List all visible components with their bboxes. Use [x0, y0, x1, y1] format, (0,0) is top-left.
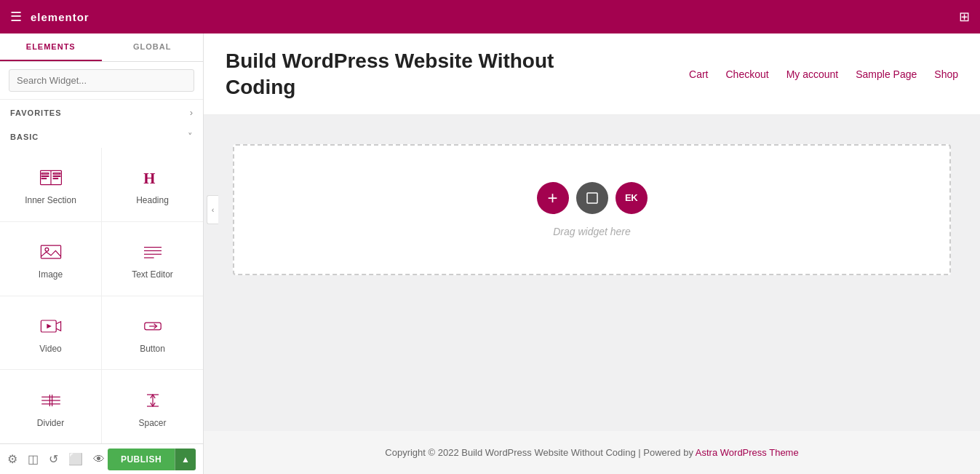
nav-cart[interactable]: Cart [689, 68, 708, 80]
elementor-logo: elementor [31, 11, 89, 23]
favorites-section-header[interactable]: FAVORITES › [0, 100, 203, 124]
publish-arrow-button[interactable]: ▲ [175, 449, 196, 470]
inner-section-icon [39, 166, 63, 189]
footer-link[interactable]: Astra WordPress Theme [696, 447, 799, 458]
search-input[interactable] [9, 69, 194, 92]
history-icon[interactable]: ↺ [49, 452, 58, 466]
drag-hint: Drag widget here [553, 226, 631, 237]
svg-text:H: H [143, 170, 155, 186]
heading-label: Heading [136, 195, 169, 205]
divider-label: Divider [37, 418, 64, 428]
nav-shop[interactable]: Shop [934, 68, 958, 80]
widget-button[interactable]: Button [102, 296, 203, 370]
button-icon [141, 315, 164, 338]
svg-rect-6 [53, 176, 60, 177]
favorites-label: FAVORITES [10, 108, 62, 117]
svg-rect-3 [41, 176, 49, 177]
svg-rect-2 [41, 173, 49, 175]
nav-checkout[interactable]: Checkout [725, 68, 768, 80]
footer-text: Copyright © 2022 Build WordPress Website… [385, 447, 696, 458]
basic-section-header[interactable]: BASIC ˅ [0, 124, 203, 148]
bottom-toolbar: ⚙ ◫ ↺ ⬜ 👁 PUBLISH ▲ [0, 443, 203, 474]
image-icon [39, 240, 63, 264]
video-icon [39, 315, 63, 338]
svg-rect-9 [41, 245, 60, 258]
nav-links: Cart Checkout My account Sample Page Sho… [689, 68, 958, 80]
inner-section-label: Inner Section [25, 195, 76, 205]
publish-button[interactable]: PUBLISH [108, 449, 175, 470]
settings-icon[interactable]: ⚙ [7, 452, 17, 466]
button-label: Button [140, 344, 165, 354]
page-footer: Copyright © 2022 Build WordPress Website… [204, 431, 980, 474]
spacer-icon [141, 389, 164, 412]
divider-icon [39, 389, 63, 412]
text-editor-icon [141, 240, 164, 264]
page-title: Build WordPress Website Without Coding [226, 48, 604, 101]
tab-elements[interactable]: ELEMENTS [0, 33, 102, 61]
bottom-tools: ⚙ ◫ ↺ ⬜ 👁 [7, 452, 105, 466]
sidebar-tabs: ELEMENTS GLOBAL [0, 33, 203, 62]
svg-point-10 [45, 248, 49, 252]
nav-sample[interactable]: Sample Page [856, 68, 917, 80]
layers-icon[interactable]: ◫ [28, 452, 39, 466]
publish-group: PUBLISH ▲ [108, 449, 196, 470]
widget-divider[interactable]: Divider [0, 370, 101, 443]
search-box [0, 62, 203, 100]
video-label: Video [39, 344, 61, 354]
layout-button[interactable] [576, 182, 608, 214]
drag-buttons: + EK [537, 182, 648, 214]
widget-image[interactable]: Image [0, 222, 101, 296]
widget-inner-section[interactable]: Inner Section [0, 148, 101, 221]
spacer-label: Spacer [138, 418, 166, 428]
collapse-handle[interactable]: ‹ [207, 195, 218, 224]
drag-section-wrapper: + EK Drag widget here ‹ [218, 130, 965, 290]
chevron-right-icon: › [190, 107, 193, 118]
ek-button[interactable]: EK [616, 182, 648, 214]
widget-heading[interactable]: H Heading [102, 148, 203, 221]
preview-icon[interactable]: 👁 [93, 453, 105, 466]
svg-rect-4 [41, 178, 46, 179]
widget-spacer[interactable]: Spacer [102, 370, 203, 443]
nav-myaccount[interactable]: My account [786, 68, 839, 80]
top-bar: ☰ elementor ⊞ [0, 0, 980, 33]
drag-section[interactable]: + EK Drag widget here [233, 144, 951, 275]
chevron-down-icon: ˅ [188, 131, 193, 142]
image-label: Image [39, 269, 63, 280]
grid-icon[interactable]: ⊞ [959, 9, 970, 25]
svg-rect-7 [53, 178, 57, 179]
svg-rect-5 [53, 173, 60, 175]
widget-text-editor[interactable]: Text Editor [102, 222, 203, 296]
add-widget-button[interactable]: + [537, 182, 569, 214]
canvas: Build WordPress Website Without Coding C… [204, 33, 980, 474]
hamburger-icon[interactable]: ☰ [10, 9, 22, 25]
svg-rect-27 [587, 193, 597, 203]
responsive-icon[interactable]: ⬜ [68, 452, 83, 466]
widget-video[interactable]: Video [0, 296, 101, 370]
widgets-grid: Inner Section H Heading Image [0, 148, 203, 443]
tab-global[interactable]: GLOBAL [102, 33, 204, 61]
main-layout: ELEMENTS GLOBAL FAVORITES › BASIC ˅ [0, 33, 980, 474]
basic-label: BASIC [10, 133, 39, 141]
page-header: Build WordPress Website Without Coding C… [204, 33, 980, 115]
sidebar: ELEMENTS GLOBAL FAVORITES › BASIC ˅ [0, 33, 204, 474]
svg-marker-16 [47, 324, 51, 328]
text-editor-label: Text Editor [132, 269, 173, 280]
heading-icon: H [141, 166, 164, 189]
